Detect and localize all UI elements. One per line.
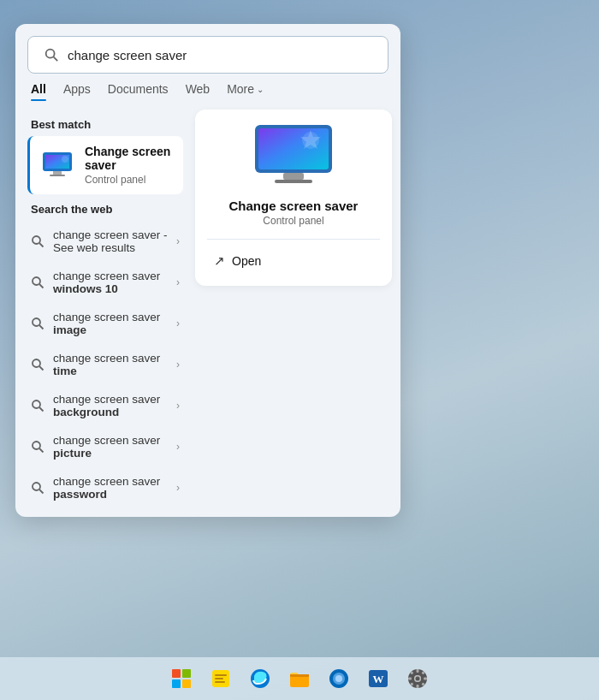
taskbar-item-explorer[interactable] bbox=[282, 661, 317, 696]
svg-rect-25 bbox=[275, 180, 312, 183]
search-icon bbox=[44, 47, 59, 62]
taskbar-item-notes[interactable] bbox=[204, 661, 238, 696]
web-search-label: Search the web bbox=[31, 203, 183, 216]
web-item-2[interactable]: change screen saver windows 10 › bbox=[27, 262, 183, 303]
best-match-text: Change screen saver Control panel bbox=[85, 145, 173, 186]
web-item-text-3: change screen saver image bbox=[53, 311, 169, 336]
arrow-icon-3: › bbox=[176, 317, 180, 329]
arrow-icon-5: › bbox=[176, 400, 180, 412]
edge-icon bbox=[249, 667, 271, 690]
tabs-bar: All Apps Documents Web More ⌄ bbox=[15, 74, 400, 101]
svg-point-37 bbox=[335, 675, 342, 682]
search-content: Best match bbox=[15, 101, 400, 517]
tab-web[interactable]: Web bbox=[186, 82, 211, 101]
svg-point-20 bbox=[33, 483, 40, 490]
svg-line-15 bbox=[39, 366, 44, 371]
search-bar bbox=[27, 36, 388, 74]
search-small-icon-2 bbox=[31, 276, 44, 289]
arrow-icon-4: › bbox=[176, 359, 180, 371]
web-item-text-2: change screen saver windows 10 bbox=[53, 270, 169, 295]
right-panel: Change screen saver Control panel ↗ Open bbox=[195, 110, 392, 286]
svg-text:W: W bbox=[373, 673, 384, 685]
taskbar-item-settings[interactable] bbox=[400, 661, 435, 696]
svg-rect-42 bbox=[417, 669, 419, 673]
arrow-icon-1: › bbox=[176, 235, 180, 247]
open-button[interactable]: ↗ Open bbox=[207, 248, 380, 274]
web-item-7[interactable]: change screen saver password › bbox=[27, 467, 183, 508]
svg-rect-6 bbox=[50, 175, 65, 176]
taskbar-item-word[interactable]: W bbox=[361, 661, 395, 696]
svg-point-12 bbox=[33, 318, 40, 326]
arrow-icon-7: › bbox=[176, 482, 180, 494]
svg-point-10 bbox=[33, 277, 40, 285]
svg-line-21 bbox=[39, 489, 44, 494]
svg-rect-24 bbox=[283, 173, 304, 180]
svg-point-18 bbox=[33, 442, 40, 449]
svg-point-0 bbox=[46, 50, 55, 58]
web-item-text-7: change screen saver password bbox=[53, 475, 169, 501]
tab-apps[interactable]: Apps bbox=[63, 82, 91, 101]
svg-rect-44 bbox=[408, 678, 412, 680]
web-item-1[interactable]: change screen saver - See web results › bbox=[27, 221, 183, 262]
taskbar-item-store[interactable] bbox=[322, 661, 356, 696]
svg-point-8 bbox=[33, 236, 40, 244]
best-match-icon bbox=[40, 148, 74, 182]
svg-point-16 bbox=[33, 400, 40, 408]
svg-rect-5 bbox=[53, 171, 62, 175]
web-item-6[interactable]: change screen saver picture › bbox=[27, 426, 183, 467]
word-icon: W bbox=[367, 667, 389, 690]
svg-line-11 bbox=[39, 284, 44, 288]
web-item-5[interactable]: change screen saver background › bbox=[27, 385, 183, 426]
search-small-icon-3 bbox=[31, 317, 44, 330]
tab-documents[interactable]: Documents bbox=[108, 82, 169, 101]
search-input[interactable] bbox=[68, 48, 372, 62]
web-item-text-6: change screen saver picture bbox=[53, 434, 169, 460]
notes-icon bbox=[210, 667, 232, 690]
search-panel: All Apps Documents Web More ⌄ Best match bbox=[15, 24, 400, 517]
svg-point-7 bbox=[62, 156, 68, 163]
svg-rect-30 bbox=[215, 678, 223, 679]
open-label: Open bbox=[232, 254, 261, 268]
search-small-icon-7 bbox=[31, 481, 44, 495]
search-small-icon-6 bbox=[31, 440, 44, 454]
web-item-text-4: change screen saver time bbox=[53, 352, 169, 377]
chevron-down-icon: ⌄ bbox=[257, 85, 264, 94]
right-panel-subtitle: Control panel bbox=[263, 215, 323, 227]
svg-rect-23 bbox=[258, 128, 329, 169]
search-small-icon-4 bbox=[31, 358, 44, 371]
svg-point-51 bbox=[416, 677, 420, 681]
best-match-item[interactable]: Change screen saver Control panel bbox=[27, 136, 183, 194]
best-match-title: Change screen saver bbox=[85, 145, 173, 172]
svg-rect-43 bbox=[417, 685, 419, 688]
right-panel-icon bbox=[251, 122, 336, 190]
svg-rect-45 bbox=[424, 678, 427, 680]
settings-icon bbox=[406, 667, 429, 690]
taskbar-item-windows[interactable] bbox=[164, 661, 199, 696]
search-small-icon-5 bbox=[31, 399, 44, 412]
explorer-icon bbox=[288, 667, 311, 690]
tab-all[interactable]: All bbox=[31, 82, 46, 101]
svg-rect-29 bbox=[215, 674, 227, 676]
svg-line-13 bbox=[39, 325, 44, 329]
search-small-icon-1 bbox=[31, 234, 44, 248]
web-item-3[interactable]: change screen saver image › bbox=[27, 303, 183, 344]
svg-line-19 bbox=[39, 448, 44, 453]
store-icon bbox=[328, 667, 350, 690]
tab-more[interactable]: More ⌄ bbox=[227, 82, 264, 101]
left-column: Best match bbox=[15, 110, 195, 508]
arrow-icon-2: › bbox=[176, 276, 180, 288]
windows-logo-icon bbox=[172, 669, 191, 688]
arrow-icon-6: › bbox=[176, 441, 180, 453]
web-item-text-1: change screen saver - See web results bbox=[53, 228, 169, 254]
best-match-subtitle: Control panel bbox=[85, 174, 173, 186]
web-item-4[interactable]: change screen saver time › bbox=[27, 344, 183, 385]
svg-point-14 bbox=[33, 359, 40, 367]
svg-line-1 bbox=[54, 57, 57, 62]
svg-line-17 bbox=[39, 407, 44, 412]
best-match-label: Best match bbox=[31, 118, 183, 131]
open-icon: ↗ bbox=[214, 253, 225, 269]
divider bbox=[207, 239, 380, 240]
taskbar-item-edge[interactable] bbox=[243, 661, 277, 696]
right-panel-title: Change screen saver bbox=[229, 199, 359, 213]
svg-rect-34 bbox=[290, 674, 309, 677]
